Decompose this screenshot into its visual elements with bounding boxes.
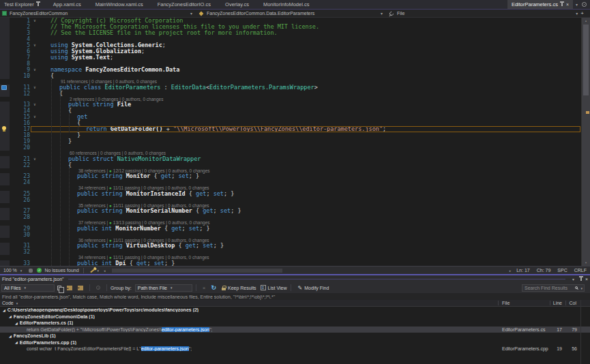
codelens-row[interactable]: 36 references | ● 11/11 passing | 0 chan… bbox=[0, 238, 590, 243]
breadcrumb-type[interactable]: FancyZonesEditorCommon.Data.EditorParame… bbox=[196, 10, 386, 17]
fold-icon[interactable]: ∨ bbox=[30, 114, 40, 120]
chevron-down-icon[interactable]: ▾ bbox=[576, 11, 579, 16]
fold-icon[interactable]: ∨ bbox=[30, 156, 40, 162]
keep-results-button[interactable]: Keep Results bbox=[228, 286, 256, 290]
editor-vertical-scrollbar[interactable]: ▴ ▾ bbox=[581, 18, 590, 266]
code-line[interactable]: 1∨// Copyright (c) Microsoft Corporation bbox=[0, 18, 590, 24]
chevron-down-icon[interactable]: ▾ bbox=[20, 269, 25, 273]
fold-icon[interactable]: ∨ bbox=[30, 67, 40, 73]
refresh-icon[interactable]: ↻ bbox=[211, 284, 216, 291]
tab-monitorinfomodel-cs[interactable]: MonitorInfoModel.cs bbox=[259, 0, 314, 9]
code-line[interactable]: 7using System.Text; bbox=[0, 55, 590, 61]
breadcrumb-project[interactable]: FancyZonesEditorCommon ▾ bbox=[0, 10, 196, 17]
chevron-down-icon[interactable]: ▾ bbox=[576, 2, 578, 7]
chevron-down-icon[interactable]: ▾ bbox=[381, 11, 384, 16]
column-col[interactable]: Col bbox=[565, 300, 576, 306]
tree-expand-icon[interactable]: ◢ bbox=[15, 321, 18, 325]
find-row[interactable]: ◢FancyZonesEditorCommon\Data (1) bbox=[0, 314, 590, 320]
pin-icon[interactable] bbox=[561, 3, 563, 6]
chevron-down-icon[interactable]: ▾ bbox=[190, 11, 194, 16]
code-line[interactable]: 3// See the LICENSE file in the project … bbox=[0, 30, 590, 36]
codelens-row[interactable]: 38 references | ● 12/12 passing | 0 chan… bbox=[0, 168, 590, 174]
results-column-header[interactable]: Code ▾ File Line Col bbox=[0, 300, 590, 307]
code-editor[interactable]: 1∨// Copyright (c) Microsoft Corporation… bbox=[0, 18, 590, 266]
issues-status[interactable]: No issues found bbox=[44, 268, 78, 273]
code-line[interactable]: 4 bbox=[0, 36, 590, 42]
find-row[interactable]: ◢FancyZonesLib (1) bbox=[0, 333, 590, 339]
codelens-row[interactable]: 60 references | 0 changes | 0 authors, 0… bbox=[0, 151, 590, 156]
code-line[interactable]: 19} bbox=[0, 138, 590, 145]
line-ending-indicator[interactable]: CRLF bbox=[571, 268, 590, 273]
column-code[interactable]: Code bbox=[2, 301, 14, 305]
tab-mainwindow-xaml-cs[interactable]: MainWindow.xaml.cs bbox=[91, 0, 147, 9]
code-line[interactable]: 8 bbox=[0, 61, 590, 67]
find-row[interactable]: const wchar_t FancyZonesEditorParameters… bbox=[0, 346, 590, 352]
chevron-down-icon[interactable]: ▾ bbox=[580, 286, 582, 290]
preview-icon[interactable] bbox=[29, 269, 33, 273]
code-line[interactable]: 28 bbox=[0, 214, 590, 220]
tab-fancyzoneseditorio-cs[interactable]: FancyZonesEditorIO.cs bbox=[153, 0, 215, 9]
collapse-all-icon[interactable]: ▾ bbox=[78, 286, 83, 290]
hscroll-left-icon[interactable]: ◂ bbox=[102, 269, 108, 273]
codelens-row[interactable]: 35 references | ● 11/11 passing | 0 chan… bbox=[0, 203, 590, 209]
code-line[interactable]: 25public string MonitorInstanceId { get;… bbox=[0, 191, 590, 197]
column-indicator[interactable]: Ch: 79 bbox=[533, 268, 555, 273]
code-line[interactable]: 23public string Monitor { get; set; } bbox=[0, 173, 590, 179]
code-line[interactable]: 22{ bbox=[0, 162, 590, 168]
group-by-dropdown[interactable]: Path then File ▾ bbox=[135, 284, 192, 292]
code-line[interactable]: 13∨public string File bbox=[0, 102, 590, 108]
hscrollbar-thumb[interactable] bbox=[112, 269, 282, 273]
code-line[interactable]: 15∨get bbox=[0, 114, 590, 120]
find-row[interactable]: return GetDataFolder() + "\\Microsoft\\P… bbox=[0, 327, 590, 333]
code-line[interactable]: 10{ bbox=[0, 73, 590, 79]
tab-app-xaml-cs[interactable]: App.xaml.cs bbox=[49, 0, 85, 9]
close-icon[interactable]: × bbox=[585, 277, 588, 282]
fold-icon[interactable]: ∨ bbox=[30, 85, 40, 91]
scroll-down-icon[interactable]: ▾ bbox=[582, 260, 590, 266]
code-line[interactable]: 31public string VirtualDesktop { get; se… bbox=[0, 243, 590, 249]
line-indicator[interactable]: Ln: 17 bbox=[513, 268, 533, 273]
fold-icon[interactable]: ∨ bbox=[30, 102, 40, 108]
find-row[interactable]: ◢EditorParameters.cpp (1) bbox=[0, 339, 590, 346]
code-line[interactable]: 6using System.Globalization; bbox=[0, 48, 590, 55]
hscroll-right-icon[interactable]: ▸ bbox=[507, 269, 514, 273]
encoding-indicator[interactable]: SPC bbox=[554, 268, 570, 273]
code-line[interactable]: 2// The Microsoft Corporation licenses t… bbox=[0, 24, 590, 30]
breadcrumb-member[interactable]: File ▾ + bbox=[386, 10, 590, 17]
find-panel-titlebar[interactable]: Find "editor-parameters.json" ▾ × bbox=[0, 275, 590, 282]
column-file[interactable]: File bbox=[502, 300, 550, 306]
settings-icon[interactable] bbox=[96, 286, 100, 290]
code-line[interactable]: 26 bbox=[0, 197, 590, 203]
code-line[interactable]: 29public int MonitorNumber { get; set; } bbox=[0, 226, 590, 232]
codelens-row[interactable]: 34 references | ● 11/11 passing | 0 chan… bbox=[0, 255, 590, 260]
code-line[interactable]: 16{ bbox=[0, 120, 590, 126]
tab-test-explorer[interactable]: Test Explorer bbox=[0, 0, 43, 9]
add-icon[interactable]: + bbox=[580, 10, 584, 16]
codelens-row[interactable]: 2 references | 0 changes | 0 authors, 0 … bbox=[0, 97, 590, 102]
close-icon[interactable]: × bbox=[566, 2, 569, 7]
tab-options-icon[interactable] bbox=[582, 2, 587, 7]
find-row[interactable]: ◢C:\Users\zhaopengwang\Desktop\powertoys… bbox=[0, 307, 590, 314]
pencil-icon[interactable]: ✎ bbox=[298, 285, 303, 291]
tree-expand-icon[interactable]: ◢ bbox=[3, 308, 5, 312]
code-line[interactable]: 12{ bbox=[0, 91, 590, 97]
tree-expand-icon[interactable]: ◢ bbox=[9, 334, 12, 338]
fold-icon[interactable]: ∨ bbox=[30, 18, 40, 24]
pin-icon[interactable] bbox=[38, 3, 39, 6]
tab-editorparameters-cs[interactable]: EditorParameters.cs × bbox=[507, 0, 573, 9]
expand-all-icon[interactable]: ▴ bbox=[67, 286, 72, 290]
pin-icon[interactable] bbox=[580, 277, 582, 281]
code-line[interactable]: 5∨using System.Collections.Generic; bbox=[0, 42, 590, 48]
code-line[interactable]: 27public string MonitorSerialNumber { ge… bbox=[0, 208, 590, 214]
code-line[interactable]: 18} bbox=[0, 132, 590, 138]
code-line[interactable]: 24 bbox=[0, 179, 590, 185]
code-line[interactable]: 20 bbox=[0, 145, 590, 151]
code-line[interactable]: 33public int Dpi { get; set; } bbox=[0, 260, 590, 267]
column-line[interactable]: Line bbox=[550, 300, 562, 306]
codelens-row[interactable]: 37 references | ● 13/13 passing | 0 chan… bbox=[0, 220, 590, 226]
search-find-results[interactable]: ▾ bbox=[522, 284, 585, 292]
scrollbar-thumb[interactable] bbox=[583, 25, 589, 95]
tab-overlay-cs[interactable]: Overlay.cs bbox=[221, 0, 253, 9]
code-line[interactable]: 11∨public class EditorParameters : Edito… bbox=[0, 85, 590, 91]
list-view-icon[interactable]: ≡ bbox=[261, 285, 266, 290]
